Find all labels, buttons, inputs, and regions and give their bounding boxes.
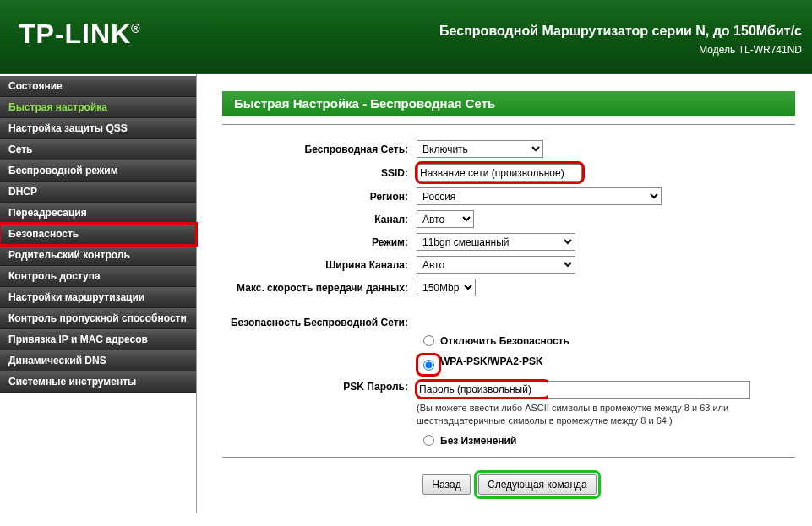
logo: TP-LINK®: [19, 19, 141, 50]
sidebar-item-network[interactable]: Сеть: [0, 139, 196, 160]
sidebar-item-parental[interactable]: Родительский контроль: [0, 245, 196, 266]
ssid-input[interactable]: [417, 164, 582, 182]
region-label: Регион:: [222, 191, 417, 203]
sidebar-item-forwarding[interactable]: Переадресация: [0, 203, 196, 224]
separator-bottom: [222, 457, 795, 458]
wireless-label: Беспроводная Сеть:: [222, 144, 417, 155]
security-label: Безопасность Беспроводной Сети:: [222, 317, 417, 328]
channel-label: Канал:: [222, 214, 417, 225]
separator: [222, 124, 795, 125]
security-wpa-label: WPA-PSK/WPA2-PSK: [440, 355, 795, 367]
sidebar-item-routing[interactable]: Настройки маршрутизации: [0, 287, 196, 308]
security-wpa-highlight: [418, 355, 439, 374]
back-button[interactable]: Назад: [422, 474, 470, 495]
header-title: Беспроводной Маршрутизатор серии N, до 1…: [439, 24, 802, 39]
security-radio-disable[interactable]: [423, 335, 434, 346]
width-select[interactable]: Авто: [417, 256, 575, 274]
sidebar-item-wireless[interactable]: Беспроводной режим: [0, 160, 196, 182]
security-radio-wpa[interactable]: [423, 360, 434, 371]
mode-label: Режим:: [222, 236, 417, 248]
sidebar: Состояние Быстрая настройка Настройка за…: [0, 74, 197, 513]
security-nochange-label: Без Изменений: [440, 435, 795, 447]
header: TP-LINK® Беспроводной Маршрутизатор сери…: [0, 0, 812, 74]
psk-input-inner[interactable]: [417, 382, 548, 397]
psk-label: PSK Пароль:: [222, 381, 417, 393]
sidebar-item-system[interactable]: Системные инструменты: [0, 371, 196, 393]
width-label: Ширина Канала:: [222, 259, 417, 271]
region-select[interactable]: Россия: [417, 187, 662, 205]
sidebar-item-status[interactable]: Состояние: [0, 76, 196, 97]
sidebar-item-security[interactable]: Безопасность: [0, 224, 196, 245]
wireless-select[interactable]: Включить: [417, 140, 543, 158]
psk-hint: (Вы можете ввести либо ASCII символы в п…: [417, 402, 795, 428]
sidebar-item-ipmac[interactable]: Привязка IP и MAC адресов: [0, 329, 196, 350]
sidebar-item-qss[interactable]: Настройка защиты QSS: [0, 118, 196, 139]
channel-select[interactable]: Авто: [417, 210, 474, 228]
security-disable-label: Отключить Безопасность: [440, 335, 795, 347]
header-info: Беспроводной Маршрутизатор серии N, до 1…: [439, 24, 802, 56]
button-row: Назад Следующая команда: [222, 473, 795, 496]
header-model: Модель TL-WR741ND: [439, 44, 802, 56]
main-content: Быстрая Настройка - Беспроводная Сеть Бе…: [197, 74, 812, 513]
psk-highlight: [417, 381, 549, 398]
ssid-label: SSID:: [222, 167, 417, 179]
next-button[interactable]: Следующая команда: [478, 474, 597, 495]
sidebar-item-bandwidth[interactable]: Контроль пропускной способности: [0, 308, 196, 329]
sidebar-item-access[interactable]: Контроль доступа: [0, 266, 196, 287]
ssid-highlight: [417, 163, 583, 182]
psk-input[interactable]: [548, 381, 750, 399]
rate-label: Макс. скорость передачи данных:: [222, 282, 417, 294]
sidebar-item-dhcp[interactable]: DHCP: [0, 182, 196, 203]
security-radio-nochange[interactable]: [423, 435, 434, 446]
sidebar-item-ddns[interactable]: Динамический DNS: [0, 350, 196, 371]
mode-select[interactable]: 11bgn смешанный: [417, 233, 575, 251]
page-title: Быстрая Настройка - Беспроводная Сеть: [222, 91, 795, 116]
next-highlight: Следующая команда: [477, 473, 598, 496]
sidebar-item-quicksetup[interactable]: Быстрая настройка: [0, 97, 196, 118]
rate-select[interactable]: 150Mbps: [417, 279, 476, 296]
